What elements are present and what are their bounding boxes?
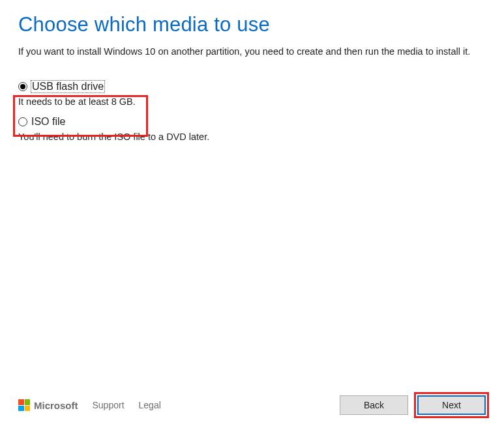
radio-unselected-icon[interactable]: [18, 117, 27, 126]
microsoft-brand-text: Microsoft: [34, 400, 78, 411]
next-button[interactable]: Next: [417, 395, 486, 415]
back-button[interactable]: Back: [340, 395, 408, 415]
option-description: It needs to be at least 8 GB.: [18, 96, 486, 107]
media-options-group: USB flash drive It needs to be at least …: [18, 81, 486, 142]
legal-link[interactable]: Legal: [139, 400, 161, 410]
page-title: Choose which media to use: [18, 13, 486, 36]
option-label: ISO file: [31, 116, 65, 128]
page-subtitle: If you want to install Windows 10 on ano…: [18, 46, 486, 59]
option-label: USB flash drive: [31, 81, 104, 92]
microsoft-logo-icon: [18, 399, 30, 411]
radio-selected-icon[interactable]: [18, 82, 27, 91]
option-iso-file[interactable]: ISO file You'll need to burn the ISO fil…: [18, 116, 486, 142]
option-usb-flash-drive[interactable]: USB flash drive It needs to be at least …: [18, 81, 486, 107]
option-description: You'll need to burn the ISO file to a DV…: [18, 132, 486, 142]
support-link[interactable]: Support: [93, 400, 125, 410]
footer: Microsoft Support Legal Back Next: [18, 395, 486, 415]
microsoft-brand: Microsoft: [18, 399, 78, 411]
